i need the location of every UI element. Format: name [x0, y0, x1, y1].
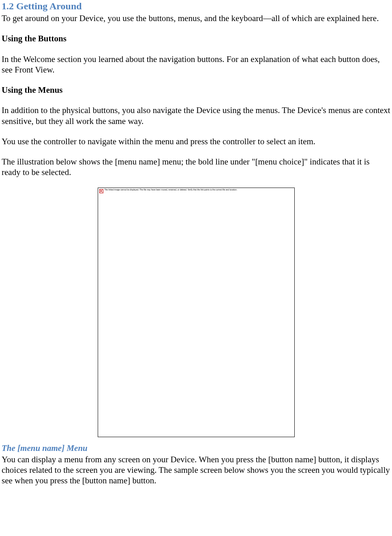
- using-buttons-paragraph: In the Welcome section you learned about…: [2, 54, 390, 75]
- menu-name-heading: The [menu name] Menu: [2, 443, 390, 453]
- using-menus-para-2: You use the controller to navigate withi…: [2, 136, 390, 147]
- section-heading: 1.2 Getting Around: [2, 0, 390, 12]
- broken-image-icon: [99, 189, 103, 193]
- image-placeholder-container: The linked image cannot be displayed. Th…: [2, 188, 390, 437]
- using-buttons-heading: Using the Buttons: [2, 33, 390, 44]
- using-menus-para-1: In addition to the physical buttons, you…: [2, 105, 390, 126]
- menu-name-paragraph: You can display a menu from any screen o…: [2, 454, 390, 486]
- intro-paragraph: To get around on your Device, you use th…: [2, 13, 390, 23]
- broken-image-alt-text: The linked image cannot be displayed. Th…: [105, 189, 238, 191]
- using-menus-heading: Using the Menus: [2, 85, 390, 95]
- broken-image-placeholder: The linked image cannot be displayed. Th…: [98, 188, 295, 437]
- using-menus-para-3: The illustration below shows the [menu n…: [2, 156, 390, 178]
